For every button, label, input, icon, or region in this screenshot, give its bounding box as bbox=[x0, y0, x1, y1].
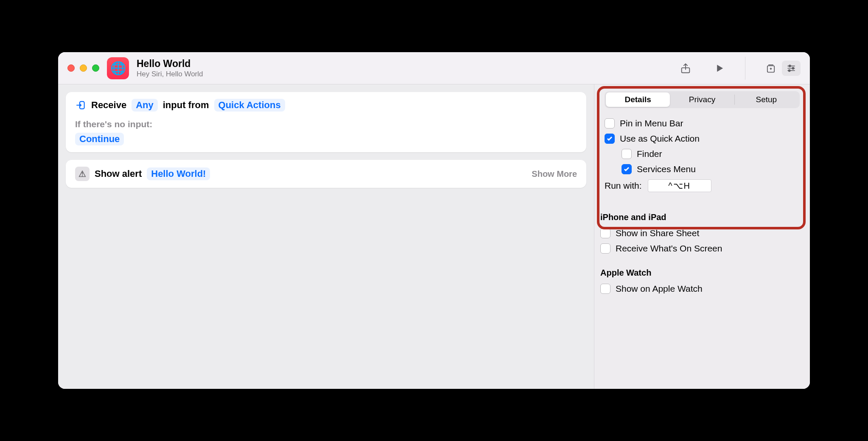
tab-details[interactable]: Details bbox=[606, 92, 670, 107]
tab-setup[interactable]: Setup bbox=[734, 92, 798, 107]
finder-label: Finder bbox=[637, 149, 662, 159]
window-controls bbox=[67, 64, 99, 72]
section-apple-watch: Apple Watch bbox=[600, 268, 804, 278]
input-icon bbox=[75, 100, 86, 111]
svg-point-3 bbox=[792, 67, 794, 69]
inspector-tabs: Details Privacy Setup bbox=[605, 91, 800, 108]
show-alert-label: Show alert bbox=[95, 168, 142, 179]
shortcut-title: Hello World bbox=[137, 58, 203, 70]
svg-point-2 bbox=[789, 65, 791, 67]
receive-screen-label: Receive What's On Screen bbox=[616, 243, 722, 254]
zoom-window-button[interactable] bbox=[92, 64, 99, 72]
titlebar: 🌐 Hello World Hey Siri, Hello World bbox=[58, 52, 810, 84]
svg-point-4 bbox=[789, 70, 790, 71]
share-sheet-checkbox[interactable] bbox=[600, 228, 610, 238]
run-with-label: Run with: bbox=[605, 181, 642, 191]
input-from-label: input from bbox=[163, 100, 209, 111]
input-type-token[interactable]: Any bbox=[132, 99, 158, 112]
share-button[interactable] bbox=[679, 61, 692, 75]
action-receive[interactable]: Receive Any input from Quick Actions If … bbox=[66, 92, 586, 152]
keyboard-shortcut-field[interactable]: ^⌥H bbox=[648, 179, 711, 192]
pin-menubar-checkbox[interactable] bbox=[605, 118, 615, 128]
alert-text-token[interactable]: Hello World! bbox=[147, 167, 210, 180]
minimize-window-button[interactable] bbox=[80, 64, 87, 72]
close-window-button[interactable] bbox=[67, 64, 75, 72]
shortcuts-editor-window: 🌐 Hello World Hey Siri, Hello World bbox=[58, 52, 810, 389]
content-split: Receive Any input from Quick Actions If … bbox=[58, 84, 810, 389]
services-menu-checkbox[interactable] bbox=[622, 164, 632, 174]
apple-watch-checkbox[interactable] bbox=[600, 284, 610, 294]
toolbar-right bbox=[679, 57, 801, 80]
quick-action-checkbox[interactable] bbox=[605, 134, 615, 144]
shortcut-subtitle: Hey Siri, Hello World bbox=[137, 70, 203, 78]
globe-icon: 🌐 bbox=[110, 61, 126, 75]
sliders-icon bbox=[786, 63, 797, 74]
section-iphone-ipad: iPhone and iPad bbox=[600, 212, 804, 222]
shortcut-icon: 🌐 bbox=[107, 57, 129, 79]
tab-privacy[interactable]: Privacy bbox=[670, 92, 734, 107]
title-block: Hello World Hey Siri, Hello World bbox=[137, 58, 203, 79]
play-icon bbox=[714, 62, 725, 74]
noinput-label: If there's no input: bbox=[75, 119, 577, 129]
inspector-panel: Details Privacy Setup Pin in Menu Bar Us… bbox=[594, 84, 810, 389]
share-sheet-label: Show in Share Sheet bbox=[616, 228, 699, 238]
library-button[interactable] bbox=[764, 61, 778, 75]
warning-icon: ⚠︎ bbox=[78, 169, 86, 179]
finder-checkbox[interactable] bbox=[622, 149, 632, 159]
apple-watch-label: Show on Apple Watch bbox=[616, 284, 703, 294]
pin-menubar-label: Pin in Menu Bar bbox=[620, 118, 683, 128]
input-source-token[interactable]: Quick Actions bbox=[214, 99, 285, 112]
share-icon bbox=[680, 62, 692, 74]
action-show-alert[interactable]: ⚠︎ Show alert Hello World! Show More bbox=[66, 160, 586, 188]
run-button[interactable] bbox=[713, 61, 726, 75]
library-icon bbox=[765, 62, 777, 74]
services-menu-label: Services Menu bbox=[637, 164, 696, 174]
receive-screen-checkbox[interactable] bbox=[600, 243, 610, 254]
toolbar-divider bbox=[745, 57, 745, 80]
quick-action-label: Use as Quick Action bbox=[620, 134, 700, 144]
show-more-button[interactable]: Show More bbox=[532, 169, 577, 179]
noinput-token[interactable]: Continue bbox=[75, 133, 124, 145]
alert-icon: ⚠︎ bbox=[75, 167, 90, 181]
receive-label: Receive bbox=[91, 100, 126, 111]
inspector-toggle-button[interactable] bbox=[782, 61, 801, 76]
workflow-canvas[interactable]: Receive Any input from Quick Actions If … bbox=[58, 84, 594, 389]
